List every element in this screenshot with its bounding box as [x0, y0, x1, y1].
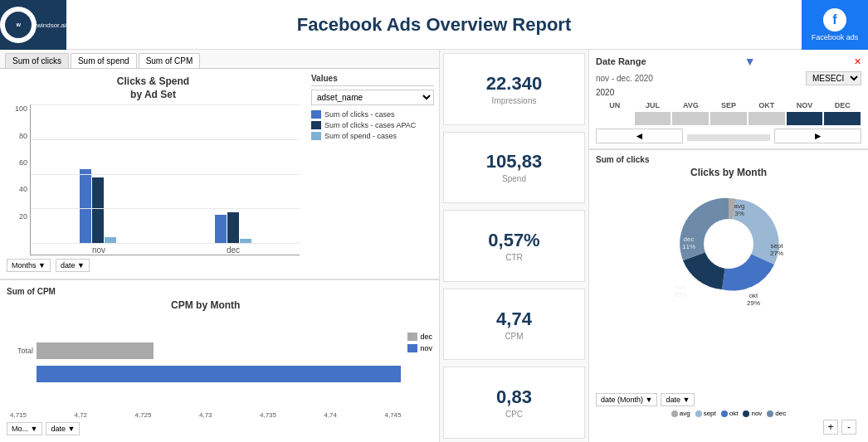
kpi-cpc-label: CPC	[505, 410, 523, 419]
label-avg-pct: 3%	[734, 210, 744, 217]
date-range-title: Date Range	[596, 56, 646, 66]
donut-legend-avg: avg	[671, 410, 690, 417]
logo: w windsor.ai	[0, 0, 66, 50]
left-panel: Sum of clicks Sum of spend Sum of CPM Cl…	[0, 50, 440, 442]
date-range-text: nov - dec. 2020	[596, 74, 653, 83]
bar-chart-container: 100 80 60 40 20	[7, 104, 300, 255]
tab-sum-of-cpm[interactable]: Sum of CPM	[139, 53, 201, 68]
tab-sum-of-spend[interactable]: Sum of spend	[71, 53, 137, 68]
header-title-area: Facebook Ads Overview Report	[66, 14, 802, 36]
cpm-legend-nov: nov	[407, 344, 432, 352]
label-nov: nov	[675, 284, 686, 291]
values-panel: Values adset_name Sum of clicks - cases …	[306, 69, 439, 279]
cpm-bar-track-nov	[37, 366, 401, 382]
cpm-bars-container: CPM by Month Total	[7, 299, 404, 419]
cal-col-nov[interactable]: NOV	[786, 100, 824, 126]
zoom-in-btn[interactable]: +	[823, 420, 838, 435]
cal-col-jul: JUL	[634, 100, 672, 126]
kpi-cpm-label: CPM	[505, 332, 523, 341]
kpi-impressions-value: 22.340	[486, 73, 542, 95]
cal-col-dec[interactable]: DEC	[823, 100, 861, 126]
x-label-nov: nov	[32, 244, 165, 255]
cpm-bar-nov	[37, 366, 401, 382]
donut-legend-okt: okt	[721, 410, 739, 417]
cpm-bar-dec	[37, 342, 154, 359]
date-range-header: Date Range ▼ ✕	[596, 55, 861, 68]
label-avg: avg	[734, 202, 745, 210]
cal-prev-btn[interactable]: ◄	[596, 129, 683, 143]
kpi-ctr: 0,57% CTR	[443, 210, 585, 282]
legend-color-2	[311, 121, 321, 129]
charts-top: Clicks & Spend by Ad Set 100 80 60 40 20	[0, 69, 439, 280]
values-select[interactable]: adset_name	[311, 90, 434, 105]
date-range-section: Date Range ▼ ✕ nov - dec. 2020 MESECI 20…	[589, 50, 868, 150]
cal-next-btn[interactable]: ►	[774, 129, 861, 143]
donut-legend-nov: nov	[743, 410, 762, 417]
donut-hole	[704, 219, 753, 269]
cpm-x-axis: 4,715 4,72 4,725 4,73 4,735 4,74 4,745	[7, 410, 404, 419]
x-labels: nov dec	[31, 244, 300, 255]
x-label-dec: dec	[167, 244, 300, 255]
clicks-chart-title: Clicks & Spend by Ad Set	[7, 75, 300, 101]
cpm-month-filter-btn[interactable]: Mo... ▼	[7, 422, 42, 435]
donut-legend-label-avg: avg	[680, 410, 690, 417]
header: w windsor.ai Facebook Ads Overview Repor…	[0, 0, 868, 50]
donut-legend-dec: dec	[767, 410, 786, 417]
cpm-legend-color-dec	[407, 333, 417, 341]
donut-legend-label-dec: dec	[775, 410, 786, 417]
logo-circle: w	[0, 7, 37, 43]
facebook-badge: f Facebook ads	[802, 0, 868, 50]
y-axis: 100 80 60 40 20	[7, 104, 30, 255]
cpm-legend-label-nov: nov	[420, 344, 432, 352]
donut-controls: date (Month) ▼ date ▼	[596, 393, 861, 406]
label-nov-pct: 30%	[674, 291, 687, 299]
cpm-chart-title: CPM by Month	[7, 299, 404, 311]
donut-legend-dot-dec	[767, 410, 773, 417]
tab-sum-of-clicks[interactable]: Sum of clicks	[5, 53, 69, 68]
calendar-grid: UN JUL AVG SEP OKT	[596, 100, 861, 126]
donut-svg: avg 3% sept 27% okt 29% nov 30% dec 11%	[646, 182, 812, 306]
bar-group-nov	[39, 169, 156, 244]
label-dec-pct: 11%	[682, 243, 695, 250]
cpm-bar-row-total: Total	[10, 342, 401, 359]
cpm-bar-row-total2	[10, 366, 401, 382]
cpm-bar-label-total: Total	[10, 347, 33, 355]
date-filter-btn[interactable]: date ▼	[56, 259, 90, 272]
donut-legend-label-nov: nov	[751, 410, 762, 417]
donut-month-btn[interactable]: date (Month) ▼	[596, 393, 657, 406]
zoom-out-btn[interactable]: -	[841, 420, 856, 435]
bar-dec-spend	[240, 239, 251, 244]
cpm-legend: dec nov	[407, 299, 432, 419]
cpm-chart-area: Sum of CPM CPM by Month Total	[0, 280, 439, 442]
tab-bar: Sum of clicks Sum of spend Sum of CPM	[0, 50, 439, 69]
label-sept: sept	[770, 242, 783, 250]
clear-filter-icon[interactable]: ✕	[854, 56, 861, 67]
bar-nov-clicks-apac	[92, 177, 104, 244]
label-dec: dec	[684, 236, 695, 243]
cpm-legend-dec: dec	[407, 333, 432, 341]
cpm-inner: CPM by Month Total	[7, 299, 432, 419]
meseci-select[interactable]: MESECI	[806, 71, 861, 85]
cpm-legend-color-nov	[407, 344, 417, 352]
bar-group-dec	[174, 212, 291, 244]
bars-inner	[31, 104, 300, 244]
donut-date-btn[interactable]: date ▼	[661, 393, 695, 406]
donut-legend-dot-okt	[721, 410, 728, 417]
values-title: Values	[311, 74, 434, 86]
legend-label-3: Sum of spend - cases	[324, 132, 397, 140]
charts-bottom: Sum of CPM CPM by Month Total	[0, 280, 439, 442]
kpi-spend-label: Spend	[502, 174, 526, 183]
months-filter-btn[interactable]: Months ▼	[7, 259, 51, 272]
cpm-bars-chart: Total	[7, 314, 404, 410]
kpi-spend-value: 105,83	[486, 151, 542, 172]
cpm-date-filter-btn[interactable]: date ▼	[46, 422, 80, 435]
date-range-row: nov - dec. 2020 MESECI	[596, 71, 861, 85]
clicks-spend-chart: Clicks & Spend by Ad Set 100 80 60 40 20	[0, 69, 306, 279]
legend-item-1: Sum of clicks - cases	[311, 110, 434, 119]
facebook-icon: f	[823, 8, 846, 32]
donut-legend: avg sept okt nov dec	[596, 410, 861, 417]
filter-icon[interactable]: ▼	[744, 55, 756, 68]
label-okt: okt	[749, 292, 758, 299]
legend-color-3	[311, 132, 321, 140]
legend-item-2: Sum of clicks - cases APAC	[311, 121, 434, 129]
